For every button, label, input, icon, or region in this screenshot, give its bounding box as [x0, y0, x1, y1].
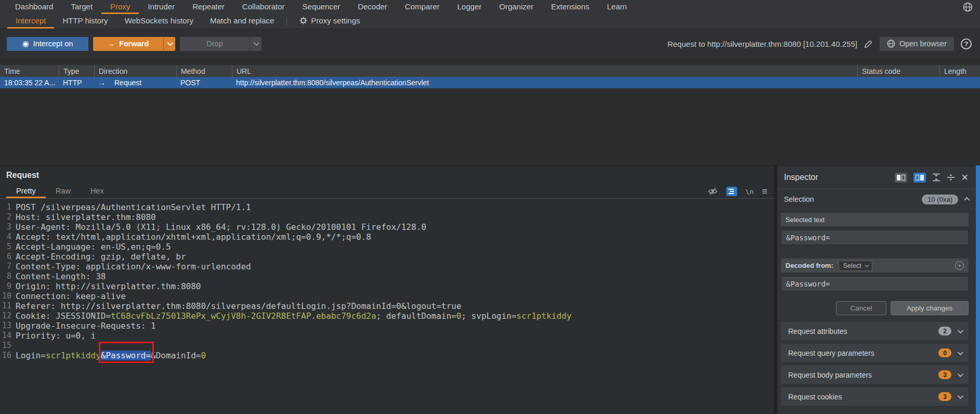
request-line: 12Cookie: JSESSIONID=tC68cvFbLz75013RePx… — [0, 311, 774, 321]
selection-section-header[interactable]: Selection 10 (0xa) — [777, 189, 980, 210]
column-header-direction[interactable]: Direction — [94, 65, 176, 77]
selected-text-value-box[interactable]: &Password= — [781, 230, 969, 245]
chevron-down-icon — [958, 327, 963, 333]
drop-button[interactable]: Drop — [180, 37, 262, 51]
inspector-header: Inspector — [777, 166, 980, 189]
request-line: 7Content-Type: application/x-www-form-ur… — [0, 262, 774, 271]
intercepted-request-row[interactable]: 18:03:35 22 A...HTTP→RequestPOSThttp://s… — [0, 77, 980, 88]
menu-item-organizer[interactable]: Organizer — [490, 0, 542, 14]
menu-item-repeater[interactable]: Repeater — [184, 0, 233, 14]
menu-item-collaborator[interactable]: Collaborator — [233, 0, 294, 14]
decoded-from-select[interactable]: Select — [839, 261, 873, 271]
expand-all-icon[interactable] — [932, 173, 940, 182]
plain-text: Origin: http://silverplatter.thm:8080 — [16, 281, 201, 291]
menu-item-learn[interactable]: Learn — [598, 0, 635, 14]
menu-item-target[interactable]: Target — [62, 0, 101, 14]
param-value: 0 — [456, 311, 462, 321]
plain-text: ; svpLogin= — [461, 311, 516, 321]
menu-item-extensions[interactable]: Extensions — [542, 0, 598, 14]
subtab-http-history[interactable]: HTTP history — [54, 14, 116, 29]
decoded-from-bar: Decoded from: Select + — [781, 258, 969, 273]
subtab-proxy-settings[interactable]: Proxy settings — [291, 14, 368, 29]
drop-dropdown-button[interactable] — [250, 37, 262, 51]
intercept-table-header[interactable]: TimeTypeDirectionMethodURLStatus codeLen… — [0, 65, 980, 77]
request-editor-content[interactable]: 1POST /silverpeas/AuthenticationServlet … — [0, 199, 774, 414]
subtab-websockets-history[interactable]: WebSockets history — [116, 14, 202, 29]
plain-text: Cookie: JSESSIONID= — [16, 311, 111, 321]
apply-changes-label: Apply changes — [907, 304, 953, 312]
menu-item-comparer[interactable]: Comparer — [396, 0, 449, 14]
menu-item-decoder[interactable]: Decoder — [349, 0, 396, 14]
section-label: Request cookies — [788, 393, 842, 401]
editor-tab-pretty[interactable]: Pretty — [6, 185, 46, 198]
menu-item-sequencer[interactable]: Sequencer — [294, 0, 349, 14]
inspector-section-request-body-parameters[interactable]: Request body parameters3 — [781, 366, 969, 384]
line-number: 15 — [0, 341, 11, 351]
apply-changes-button[interactable]: Apply changes — [891, 301, 969, 315]
intercept-toggle-button[interactable]: ◉ Intercept on — [7, 37, 88, 51]
menu-item-dashboard[interactable]: Dashboard — [6, 0, 62, 14]
forward-arrow-icon: → — [108, 40, 115, 48]
globe-icon[interactable] — [963, 2, 973, 12]
row-cell-direction: →Request — [94, 77, 176, 88]
section-label: Request body parameters — [788, 371, 872, 379]
line-content: POST /silverpeas/AuthenticationServlet H… — [16, 202, 251, 212]
line-number: 11 — [0, 301, 11, 311]
line-number: 12 — [0, 311, 11, 321]
inspector-section-request-attributes[interactable]: Request attributes2 — [781, 322, 969, 340]
column-header-status-code[interactable]: Status code — [857, 65, 939, 77]
dock-right-toggle-icon[interactable] — [913, 173, 926, 183]
editor-menu-icon[interactable]: ≡ — [762, 187, 767, 196]
line-content: Content-Type: application/x-www-form-url… — [16, 262, 251, 271]
subtab-match-and-replace[interactable]: Match and replace — [202, 14, 282, 29]
line-content: Upgrade-Insecure-Requests: 1 — [16, 321, 156, 331]
line-content: Login=scr1ptkiddy&Password=&DomainId=0 — [16, 351, 206, 360]
line-content: Referer: http://silverplatter.thm:8080/s… — [16, 301, 461, 311]
plain-text: Content-Type: application/x-www-form-url… — [16, 262, 251, 271]
editor-tab-hex[interactable]: Hex — [81, 185, 114, 198]
help-button[interactable]: ? — [961, 38, 972, 49]
hide-selection-eye-icon[interactable] — [708, 187, 718, 196]
line-content: User-Agent: Mozilla/5.0 (X11; Linux x86_… — [16, 222, 426, 232]
editor-tab-raw[interactable]: Raw — [46, 185, 81, 198]
column-header-length[interactable]: Length — [939, 65, 980, 77]
subtab-label: HTTP history — [62, 16, 108, 25]
inspector-section-request-query-parameters[interactable]: Request query parameters0 — [781, 344, 969, 362]
subtab-intercept[interactable]: Intercept — [7, 14, 54, 29]
section-count-badge: 0 — [938, 348, 951, 357]
plain-text: Accept-Language: en-US,en;q=0.5 — [16, 242, 171, 252]
dock-left-toggle-icon[interactable] — [895, 173, 907, 183]
menu-item-proxy[interactable]: Proxy — [101, 0, 139, 14]
request-line: 13Upgrade-Insecure-Requests: 1 — [0, 321, 774, 331]
collapse-all-icon[interactable] — [947, 173, 955, 182]
add-decoder-icon[interactable]: + — [955, 261, 964, 270]
cancel-button[interactable]: Cancel — [836, 301, 886, 315]
request-line: 2Host: silverplatter.thm:8080 — [0, 212, 774, 222]
menu-item-logger[interactable]: Logger — [449, 0, 491, 14]
inspector-section-request-cookies[interactable]: Request cookies3 — [781, 387, 969, 406]
edit-target-pencil-icon[interactable] — [864, 40, 873, 48]
show-newlines-icon[interactable]: \n — [746, 188, 754, 196]
column-header-url[interactable]: URL — [232, 65, 857, 77]
column-header-method[interactable]: Method — [176, 65, 232, 77]
forward-button[interactable]: → Forward — [93, 37, 175, 51]
decoded-from-label: Decoded from: — [786, 262, 833, 269]
menu-item-intruder[interactable]: Intruder — [139, 0, 184, 14]
column-header-type[interactable]: Type — [59, 65, 94, 77]
forward-dropdown-button[interactable] — [163, 37, 175, 51]
selected-text-span[interactable]: &Password= — [101, 351, 151, 360]
plain-text: Accept-Encoding: gzip, deflate, br — [16, 252, 186, 262]
column-header-time[interactable]: Time — [0, 65, 59, 77]
row-cell-length — [939, 77, 980, 88]
close-inspector-icon[interactable]: ✕ — [961, 173, 969, 182]
line-number: 4 — [0, 232, 11, 242]
inspector-scrollbar[interactable] — [976, 165, 980, 414]
request-line: 1POST /silverpeas/AuthenticationServlet … — [0, 202, 774, 212]
plain-text: Login= — [16, 351, 46, 360]
open-browser-button[interactable]: Open browser — [880, 37, 954, 51]
decoded-value-box[interactable]: &Password= — [781, 276, 969, 291]
inspector-body: Selected text &Password= Decoded from: S… — [777, 210, 980, 406]
section-label: Request query parameters — [788, 349, 874, 357]
syntax-highlight-toggle-icon[interactable] — [726, 187, 737, 196]
line-number: 1 — [0, 202, 11, 212]
